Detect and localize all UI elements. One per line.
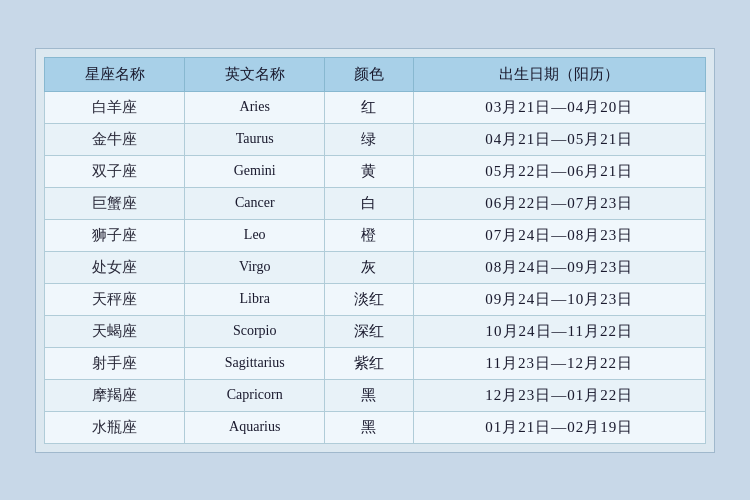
- cell-color: 淡红: [325, 283, 413, 315]
- header-color: 颜色: [325, 57, 413, 91]
- table-row: 射手座Sagittarius紫红11月23日—12月22日: [45, 347, 706, 379]
- zodiac-table-container: 星座名称 英文名称 颜色 出生日期（阳历） 白羊座Aries红03月21日—04…: [35, 48, 715, 453]
- cell-english-name: Capricorn: [185, 379, 325, 411]
- cell-english-name: Scorpio: [185, 315, 325, 347]
- cell-color: 灰: [325, 251, 413, 283]
- cell-dates: 09月24日—10月23日: [413, 283, 705, 315]
- cell-dates: 08月24日—09月23日: [413, 251, 705, 283]
- cell-english-name: Aries: [185, 91, 325, 123]
- cell-color: 橙: [325, 219, 413, 251]
- cell-dates: 11月23日—12月22日: [413, 347, 705, 379]
- zodiac-table: 星座名称 英文名称 颜色 出生日期（阳历） 白羊座Aries红03月21日—04…: [44, 57, 706, 444]
- cell-chinese-name: 狮子座: [45, 219, 185, 251]
- cell-color: 绿: [325, 123, 413, 155]
- table-row: 狮子座Leo橙07月24日—08月23日: [45, 219, 706, 251]
- cell-chinese-name: 处女座: [45, 251, 185, 283]
- cell-dates: 01月21日—02月19日: [413, 411, 705, 443]
- table-row: 金牛座Taurus绿04月21日—05月21日: [45, 123, 706, 155]
- header-english-name: 英文名称: [185, 57, 325, 91]
- header-chinese-name: 星座名称: [45, 57, 185, 91]
- cell-chinese-name: 天蝎座: [45, 315, 185, 347]
- cell-dates: 12月23日—01月22日: [413, 379, 705, 411]
- cell-color: 黄: [325, 155, 413, 187]
- cell-chinese-name: 双子座: [45, 155, 185, 187]
- cell-chinese-name: 天秤座: [45, 283, 185, 315]
- cell-chinese-name: 巨蟹座: [45, 187, 185, 219]
- cell-english-name: Leo: [185, 219, 325, 251]
- cell-english-name: Cancer: [185, 187, 325, 219]
- cell-english-name: Gemini: [185, 155, 325, 187]
- table-row: 处女座Virgo灰08月24日—09月23日: [45, 251, 706, 283]
- cell-color: 白: [325, 187, 413, 219]
- cell-dates: 06月22日—07月23日: [413, 187, 705, 219]
- cell-color: 深红: [325, 315, 413, 347]
- cell-color: 红: [325, 91, 413, 123]
- cell-english-name: Taurus: [185, 123, 325, 155]
- table-header-row: 星座名称 英文名称 颜色 出生日期（阳历）: [45, 57, 706, 91]
- cell-color: 黑: [325, 411, 413, 443]
- cell-color: 紫红: [325, 347, 413, 379]
- cell-chinese-name: 金牛座: [45, 123, 185, 155]
- cell-dates: 03月21日—04月20日: [413, 91, 705, 123]
- cell-dates: 07月24日—08月23日: [413, 219, 705, 251]
- cell-dates: 04月21日—05月21日: [413, 123, 705, 155]
- cell-english-name: Sagittarius: [185, 347, 325, 379]
- cell-english-name: Libra: [185, 283, 325, 315]
- table-body: 白羊座Aries红03月21日—04月20日金牛座Taurus绿04月21日—0…: [45, 91, 706, 443]
- table-row: 天秤座Libra淡红09月24日—10月23日: [45, 283, 706, 315]
- cell-color: 黑: [325, 379, 413, 411]
- cell-chinese-name: 水瓶座: [45, 411, 185, 443]
- table-row: 双子座Gemini黄05月22日—06月21日: [45, 155, 706, 187]
- cell-chinese-name: 白羊座: [45, 91, 185, 123]
- cell-english-name: Virgo: [185, 251, 325, 283]
- cell-dates: 05月22日—06月21日: [413, 155, 705, 187]
- table-row: 天蝎座Scorpio深红10月24日—11月22日: [45, 315, 706, 347]
- cell-english-name: Aquarius: [185, 411, 325, 443]
- table-row: 巨蟹座Cancer白06月22日—07月23日: [45, 187, 706, 219]
- cell-chinese-name: 射手座: [45, 347, 185, 379]
- table-row: 摩羯座Capricorn黑12月23日—01月22日: [45, 379, 706, 411]
- table-row: 水瓶座Aquarius黑01月21日—02月19日: [45, 411, 706, 443]
- cell-chinese-name: 摩羯座: [45, 379, 185, 411]
- header-dates: 出生日期（阳历）: [413, 57, 705, 91]
- table-row: 白羊座Aries红03月21日—04月20日: [45, 91, 706, 123]
- cell-dates: 10月24日—11月22日: [413, 315, 705, 347]
